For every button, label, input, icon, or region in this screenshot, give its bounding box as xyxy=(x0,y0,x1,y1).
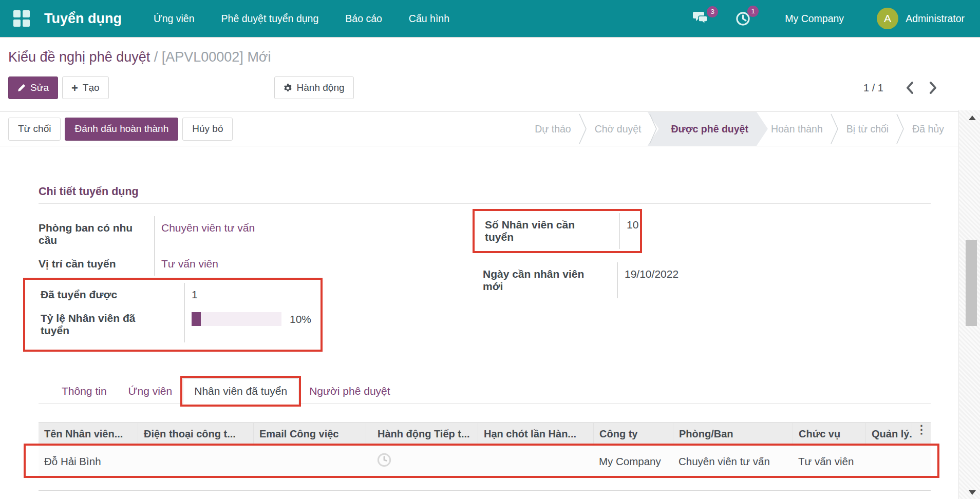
app-title[interactable]: Tuyển dụng xyxy=(44,11,122,27)
field-label: Tỷ lệ Nhân viên đã tuyển xyxy=(41,306,184,342)
col-header-department[interactable]: Phòng/Ban xyxy=(673,423,793,445)
nav-right-section: 3 1 My Company A Administrator xyxy=(668,8,965,29)
col-header-work-phone[interactable]: Điện thoại công t... xyxy=(138,423,253,445)
previous-page-button[interactable] xyxy=(906,82,914,94)
cell-job-position: Tư vấn viên xyxy=(793,455,865,468)
breadcrumb-current: [APVL00002] Mới xyxy=(162,49,271,65)
pencil-icon xyxy=(17,84,26,92)
col-header-activity-deadline[interactable]: Hạn chót lần Hàn... xyxy=(478,423,593,445)
breadcrumb: Kiểu đề nghị phê duyệt / [APVL00002] Mới xyxy=(8,49,943,65)
field-date-needed: Ngày cần nhân viên mới 19/10/2022 xyxy=(483,262,873,298)
col-header-manager[interactable]: Quản lý... xyxy=(865,423,912,445)
col-header-employee-name[interactable]: Tên Nhân viên... xyxy=(39,423,138,445)
position-link[interactable]: Tư vấn viên xyxy=(161,258,218,270)
employees-needed-value: 10 xyxy=(619,213,640,249)
activities-button[interactable]: 1 xyxy=(735,11,751,27)
chevron-separator-icon xyxy=(649,112,658,146)
field-position: Vị trí cần tuyển Tư vấn viên xyxy=(39,252,434,276)
hired-count-value: 1 xyxy=(184,283,321,306)
chevron-separator-icon xyxy=(578,112,588,146)
breadcrumb-separator: / xyxy=(150,49,162,65)
menu-item-reports[interactable]: Báo cáo xyxy=(345,13,382,25)
mark-done-button[interactable]: Đánh dấu hoàn thành xyxy=(65,118,178,141)
stage-done[interactable]: Hoàn thành xyxy=(764,112,830,146)
section-divider xyxy=(39,203,931,204)
cell-department: Chuyên viên tư vấn xyxy=(673,455,793,468)
field-department: Phòng ban có nhu cầu Chuyên viên tư vấn xyxy=(39,216,434,252)
avatar[interactable]: A xyxy=(877,8,898,29)
tab-approvers[interactable]: Người phê duyệt xyxy=(298,379,401,404)
clock-icon[interactable] xyxy=(377,453,391,467)
field-group-right: Số Nhân viên cần tuyển 10 Ngày cần nhân … xyxy=(483,209,873,298)
messages-button[interactable]: 3 xyxy=(693,11,710,26)
section-title: Chi tiết tuyển dụng xyxy=(39,185,931,198)
empty-list-area xyxy=(39,477,931,491)
scroll-up-arrow-icon[interactable] xyxy=(969,116,976,120)
col-header-job-position[interactable]: Chức vụ xyxy=(793,423,865,445)
activities-badge: 1 xyxy=(747,6,759,17)
table-header-row: Tên Nhân viên... Điện thoại công t... Em… xyxy=(39,423,931,446)
red-annotation-box-hired: Đã tuyển được 1 Tỷ lệ Nhân viên đã tuyển… xyxy=(23,278,323,352)
stage-cancelled[interactable]: Đã hủy xyxy=(905,112,951,146)
field-hired-count: Đã tuyển được 1 xyxy=(41,283,321,306)
stage-approved-active[interactable]: Được phê duyệt xyxy=(648,112,768,146)
col-header-work-email[interactable]: Email Công việc xyxy=(253,423,366,445)
company-switcher[interactable]: My Company xyxy=(785,13,844,25)
cancel-button[interactable]: Hủy bỏ xyxy=(182,118,233,141)
col-header-next-activity[interactable]: Hành động Tiếp t... xyxy=(366,423,478,445)
department-link[interactable]: Chuyên viên tư vấn xyxy=(161,222,255,234)
field-label: Phòng ban có nhu cầu xyxy=(39,216,154,252)
field-hired-ratio: Tỷ lệ Nhân viên đã tuyển 10% xyxy=(41,306,321,342)
col-header-company[interactable]: Công ty xyxy=(593,423,673,445)
vertical-scrollbar[interactable] xyxy=(958,110,980,499)
field-groups: Phòng ban có nhu cầu Chuyên viên tư vấn … xyxy=(39,216,931,352)
scroll-down-arrow-icon[interactable] xyxy=(969,490,976,495)
create-button[interactable]: + Tạo xyxy=(62,76,109,99)
button-row: Sửa + Tạo Hành động 1 / 1 xyxy=(8,76,943,99)
menu-item-settings[interactable]: Cấu hình xyxy=(409,13,449,25)
field-group-left: Phòng ban có nhu cầu Chuyên viên tư vấn … xyxy=(39,216,434,352)
action-button[interactable]: Hành động xyxy=(274,76,354,99)
stage-pipeline: Dự thảo Chờ duyệt Được phê duyệt Hoàn th… xyxy=(527,112,958,146)
field-label: Vị trí cần tuyển xyxy=(39,252,154,276)
red-annotation-box-needed: Số Nhân viên cần tuyển 10 xyxy=(473,209,642,253)
breadcrumb-parent-link[interactable]: Kiểu đề nghị phê duyệt xyxy=(8,49,150,65)
stage-waiting-approval[interactable]: Chờ duyệt xyxy=(588,112,649,146)
pager: 1 / 1 xyxy=(863,82,943,94)
main-menu: Ứng viên Phê duyệt tuyển dụng Báo cáo Cấ… xyxy=(154,13,449,25)
pager-value: 1 / 1 xyxy=(863,82,883,94)
column-options-icon[interactable]: ⋮ xyxy=(912,423,931,445)
chevron-separator-icon xyxy=(830,112,839,146)
menu-item-candidates[interactable]: Ứng viên xyxy=(154,13,195,25)
date-needed-value: 19/10/2022 xyxy=(617,262,873,298)
plus-icon: + xyxy=(71,84,78,92)
top-nav-bar: Tuyển dụng Ứng viên Phê duyệt tuyển dụng… xyxy=(0,0,980,37)
cell-next-activity xyxy=(366,453,478,470)
next-page-button[interactable] xyxy=(929,82,937,94)
user-menu[interactable]: Administrator xyxy=(906,13,965,25)
cell-company: My Company xyxy=(593,455,673,468)
scrollbar-thumb[interactable] xyxy=(966,240,977,326)
tab-hired-employees-active[interactable]: Nhân viên đã tuyển xyxy=(183,378,298,404)
refuse-button[interactable]: Từ chối xyxy=(8,118,61,141)
tab-information[interactable]: Thông tin xyxy=(51,379,118,404)
menu-item-recruitment-approvals[interactable]: Phê duyệt tuyển dụng xyxy=(221,13,319,25)
chevron-separator-icon xyxy=(896,112,905,146)
hired-employees-table: Tên Nhân viên... Điện thoại công t... Em… xyxy=(39,423,931,491)
stage-draft[interactable]: Dự thảo xyxy=(527,112,578,146)
status-bar: Từ chối Đánh dấu hoàn thành Hủy bỏ Dự th… xyxy=(0,111,958,146)
notebook-tabs: Thông tin Ứng viên Nhân viên đã tuyển Ng… xyxy=(39,378,931,404)
tab-candidates[interactable]: Ứng viên xyxy=(118,379,183,404)
hired-ratio-progressbar xyxy=(192,312,281,326)
table-row-employee[interactable]: Đỗ Hải Bình My Company Chuyên viên tư vấ… xyxy=(39,446,931,477)
field-label: Ngày cần nhân viên mới xyxy=(483,262,617,298)
field-label: Số Nhân viên cần tuyển xyxy=(485,213,619,249)
stage-refused[interactable]: Bị từ chối xyxy=(839,112,896,146)
field-label: Đã tuyển được xyxy=(41,283,184,306)
edit-button[interactable]: Sửa xyxy=(8,76,58,99)
apps-menu-icon[interactable] xyxy=(13,10,30,27)
hired-ratio-percent: 10% xyxy=(290,313,311,325)
progressbar-fill xyxy=(192,312,201,326)
field-employees-needed: Số Nhân viên cần tuyển 10 xyxy=(485,213,640,249)
messages-badge: 3 xyxy=(707,6,718,17)
